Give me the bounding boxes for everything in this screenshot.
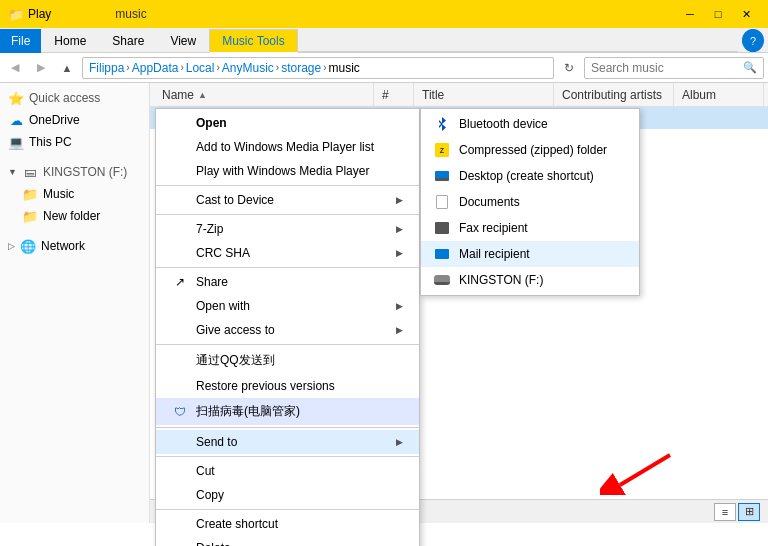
breadcrumb-anymusic[interactable]: AnyMusic [222, 61, 274, 75]
sidebar-item-network[interactable]: ▷ 🌐 Network [0, 235, 149, 257]
ctx-send-to[interactable]: Send to▶ [156, 430, 419, 454]
mail-icon [433, 246, 451, 262]
ctx-delete[interactable]: Delete [156, 536, 419, 546]
ctx-7zip[interactable]: 7-Zip▶ [156, 217, 419, 241]
sub-compressed[interactable]: Z Compressed (zipped) folder [421, 137, 639, 163]
close-button[interactable]: ✕ [732, 0, 760, 28]
send-to-submenu: Bluetooth device Z Compressed (zipped) f… [420, 108, 640, 296]
col-header-album[interactable]: Album [674, 83, 764, 106]
view-toggle-1[interactable]: ≡ [714, 503, 736, 521]
minimize-button[interactable]: ─ [676, 0, 704, 28]
sidebar-label-this-pc: This PC [29, 135, 72, 149]
search-box[interactable]: 🔍 [584, 57, 764, 79]
ctx-sep-7 [156, 509, 419, 510]
ctx-copy[interactable]: Copy [156, 483, 419, 507]
sidebar-item-this-pc[interactable]: 💻 This PC [0, 131, 149, 153]
star-icon: ⭐ [8, 91, 24, 106]
context-menu: Open Add to Windows Media Player list Pl… [155, 108, 420, 546]
sub-bluetooth[interactable]: Bluetooth device [421, 111, 639, 137]
kingston-drive-icon: 🖴 [22, 165, 38, 179]
bluetooth-icon [433, 116, 451, 132]
sidebar-label-kingston: KINGSTON (F:) [43, 165, 127, 179]
window-title: music [115, 7, 146, 21]
breadcrumb-local[interactable]: Local [186, 61, 215, 75]
ctx-qq[interactable]: 通过QQ发送到 [156, 347, 419, 374]
ctx-cast[interactable]: Cast to Device▶ [156, 188, 419, 212]
network-icon: 🌐 [20, 239, 36, 254]
search-input[interactable] [591, 61, 743, 75]
refresh-button[interactable]: ↻ [558, 57, 580, 79]
ctx-open-with[interactable]: Open with▶ [156, 294, 419, 318]
sub-desktop[interactable]: Desktop (create shortcut) [421, 163, 639, 189]
breadcrumb[interactable]: Filippa › AppData › Local › AnyMusic › s… [82, 57, 554, 79]
breadcrumb-appdata[interactable]: AppData [132, 61, 179, 75]
ctx-share[interactable]: ↗Share [156, 270, 419, 294]
ctx-sep-3 [156, 267, 419, 268]
ctx-sep-4 [156, 344, 419, 345]
ctx-play-wmp[interactable]: Play with Windows Media Player [156, 159, 419, 183]
search-icon: 🔍 [743, 61, 757, 74]
tab-music-tools[interactable]: Music Tools [209, 29, 297, 53]
onedrive-icon: ☁ [8, 113, 24, 128]
address-bar: ◀ ▶ ▲ Filippa › AppData › Local › AnyMus… [0, 53, 768, 83]
sub-mail[interactable]: Mail recipient [421, 241, 639, 267]
ctx-crc[interactable]: CRC SHA▶ [156, 241, 419, 265]
help-button[interactable]: ? [742, 29, 764, 52]
sidebar-label-onedrive: OneDrive [29, 113, 80, 127]
sidebar-label-new-folder: New folder [43, 209, 100, 223]
tab-view[interactable]: View [157, 29, 209, 53]
sidebar-label-network: Network [41, 239, 85, 253]
tab-share[interactable]: Share [99, 29, 157, 53]
sidebar-item-kingston[interactable]: ▼ 🖴 KINGSTON (F:) [0, 161, 149, 183]
zip-icon: Z [433, 142, 451, 158]
ctx-sep-5 [156, 427, 419, 428]
col-header-hash[interactable]: # [374, 83, 414, 106]
pc-icon: 💻 [8, 135, 24, 150]
breadcrumb-music: music [329, 61, 360, 75]
ctx-restore[interactable]: Restore previous versions [156, 374, 419, 398]
sub-documents[interactable]: Documents [421, 189, 639, 215]
sidebar: ⭐ Quick access ☁ OneDrive 💻 This PC ▼ 🖴 … [0, 83, 150, 523]
view-toggle-2[interactable]: ⊞ [738, 503, 760, 521]
ctx-open[interactable]: Open [156, 111, 419, 135]
sidebar-item-new-folder[interactable]: 📁 New folder [0, 205, 149, 227]
shield-icon: 🛡 [172, 405, 188, 419]
back-button[interactable]: ◀ [4, 57, 26, 79]
forward-button[interactable]: ▶ [30, 57, 52, 79]
documents-icon [433, 194, 451, 210]
title-bar: 📁 Play music ─ □ ✕ [0, 0, 768, 28]
share-icon: ↗ [172, 275, 188, 289]
red-arrow [600, 445, 680, 498]
sidebar-label-quick-access: Quick access [29, 91, 100, 105]
ctx-cut[interactable]: Cut [156, 459, 419, 483]
folder-icon: 📁 [8, 7, 24, 22]
tab-home[interactable]: Home [41, 29, 99, 53]
col-header-artists[interactable]: Contributing artists [554, 83, 674, 106]
drive-icon [433, 272, 451, 288]
col-header-title[interactable]: Title [414, 83, 554, 106]
sidebar-item-music[interactable]: 📁 Music [0, 183, 149, 205]
ctx-create-shortcut[interactable]: Create shortcut [156, 512, 419, 536]
new-folder-icon: 📁 [22, 209, 38, 224]
network-expand-icon: ▷ [8, 241, 15, 251]
ctx-add-to-wmp[interactable]: Add to Windows Media Player list [156, 135, 419, 159]
maximize-button[interactable]: □ [704, 0, 732, 28]
ctx-scan[interactable]: 🛡 扫描病毒(电脑管家) [156, 398, 419, 425]
up-button[interactable]: ▲ [56, 57, 78, 79]
expand-icon: ▼ [8, 167, 17, 177]
tab-file[interactable]: File [0, 29, 41, 53]
window-controls: ─ □ ✕ [676, 0, 760, 28]
sidebar-item-quick-access[interactable]: ⭐ Quick access [0, 87, 149, 109]
music-folder-icon: 📁 [22, 187, 38, 202]
ctx-give-access[interactable]: Give access to▶ [156, 318, 419, 342]
fax-icon [433, 220, 451, 236]
sub-kingston[interactable]: KINGSTON (F:) [421, 267, 639, 293]
breadcrumb-storage[interactable]: storage [281, 61, 321, 75]
col-header-name[interactable]: Name ▲ [154, 83, 374, 106]
sidebar-label-music: Music [43, 187, 74, 201]
sub-fax[interactable]: Fax recipient [421, 215, 639, 241]
breadcrumb-filippa[interactable]: Filippa [89, 61, 124, 75]
ribbon: File Home Share View Music Tools ? [0, 28, 768, 53]
ctx-sep-1 [156, 185, 419, 186]
sidebar-item-onedrive[interactable]: ☁ OneDrive [0, 109, 149, 131]
